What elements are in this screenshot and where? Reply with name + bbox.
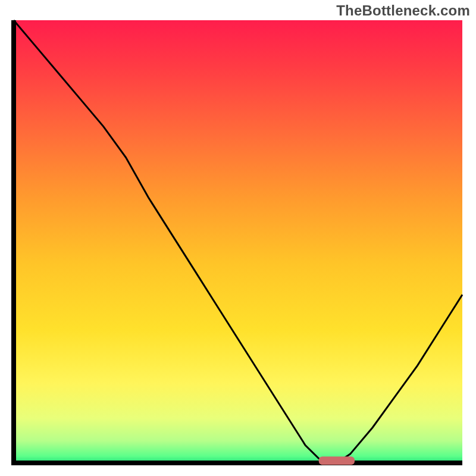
optimal-marker <box>319 456 355 465</box>
watermark-text: TheBottleneck.com <box>336 2 470 19</box>
bottleneck-chart <box>9 18 467 470</box>
chart-frame: TheBottleneck.com <box>0 0 476 476</box>
